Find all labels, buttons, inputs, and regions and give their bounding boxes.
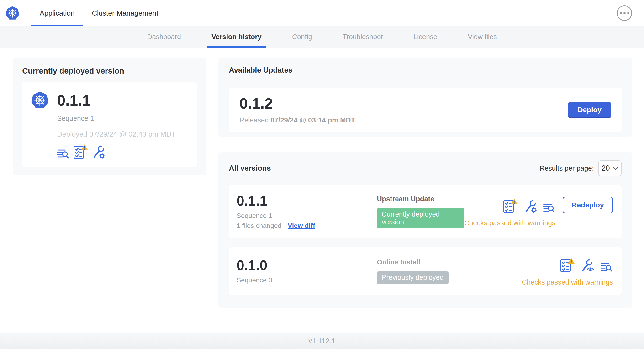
- subnav-version-history-label: Version history: [212, 33, 262, 41]
- redeploy-button[interactable]: Redeploy: [562, 197, 613, 214]
- currently-deployed-title: Currently deployed version: [22, 66, 198, 76]
- edit-config-icon[interactable]: [92, 145, 105, 159]
- update-version-number: 0.1.2: [240, 96, 355, 111]
- top-nav-tabs: Application Cluster Management: [31, 0, 167, 26]
- preflight-checks-warning-icon[interactable]: [503, 198, 518, 213]
- main-content: Currently deployed version 0.1.1 Sequenc…: [0, 48, 644, 308]
- row-action-icons: [503, 197, 556, 213]
- deploy-button[interactable]: Deploy: [568, 102, 611, 118]
- preflight-checks-warning-icon[interactable]: [560, 257, 575, 272]
- view-config-icon[interactable]: [581, 259, 594, 272]
- version-row-0-1-0: 0.1.0 Sequence 0 Online Install Previous…: [229, 247, 622, 295]
- all-versions-card: All versions Results per page: 20 0.1.1 …: [218, 152, 632, 308]
- row-source: Upstream Update: [377, 195, 464, 203]
- app-kubernetes-logo-icon: [31, 91, 57, 109]
- subnav-item-config[interactable]: Config: [292, 26, 312, 48]
- checks-status: Checks passed with warnings: [464, 219, 556, 227]
- available-updates-title: Available Updates: [229, 66, 622, 74]
- top-nav: Application Cluster Management: [0, 0, 644, 26]
- files-changed: 1 files changed: [236, 222, 282, 230]
- subnav-item-troubleshoot[interactable]: Troubleshoot: [343, 26, 383, 48]
- results-per-page: Results per page: 20: [540, 160, 622, 176]
- row-version-number: 0.1.1: [236, 194, 377, 208]
- preflight-checks-warning-icon[interactable]: [73, 144, 88, 159]
- deployed-sequence: Sequence 1: [57, 114, 189, 122]
- version-row-0-1-1: 0.1.1 Sequence 1 1 files changed View di…: [229, 185, 622, 238]
- subnav-item-version-history[interactable]: Version history: [212, 26, 262, 48]
- available-updates-card: Available Updates 0.1.2 Released 07/29/2…: [218, 58, 632, 136]
- view-diff-link[interactable]: View diff: [288, 222, 315, 230]
- deployed-timestamp: Deployed 07/29/24 @ 02:43 pm MDT: [57, 130, 189, 138]
- active-tab-underline: [31, 24, 83, 26]
- deployed-version-actions: [57, 144, 189, 159]
- tab-cluster-management[interactable]: Cluster Management: [83, 0, 167, 26]
- active-subnav-underline: [207, 46, 266, 48]
- subnav-item-license[interactable]: License: [414, 26, 437, 48]
- row-sequence: Sequence 0: [236, 276, 377, 284]
- right-column: Available Updates 0.1.2 Released 07/29/2…: [218, 58, 632, 308]
- chevron-down-icon: [613, 167, 618, 170]
- row-sequence: Sequence 1: [236, 212, 377, 220]
- results-per-page-select[interactable]: 20: [598, 160, 622, 176]
- row-source: Online Install: [377, 258, 522, 266]
- diff-logs-icon[interactable]: [600, 262, 613, 272]
- subnav-item-dashboard[interactable]: Dashboard: [147, 26, 181, 48]
- tab-application[interactable]: Application: [31, 0, 83, 26]
- app-footer: v1.112.1: [0, 333, 644, 349]
- diff-logs-icon[interactable]: [57, 148, 70, 159]
- subnav-license-label: License: [414, 33, 437, 41]
- subnav-view-files-label: View files: [468, 33, 497, 41]
- more-options-button[interactable]: [617, 6, 632, 21]
- console-version: v1.112.1: [309, 337, 336, 345]
- tab-application-label: Application: [40, 9, 75, 17]
- update-released-line: Released 07/29/24 @ 03:14 pm MDT: [240, 116, 355, 124]
- currently-deployed-badge: Currently deployed version: [377, 208, 464, 228]
- subnav-config-label: Config: [292, 33, 312, 41]
- row-action-icons: [560, 256, 613, 272]
- results-per-page-label: Results per page:: [540, 164, 594, 172]
- edit-config-icon[interactable]: [524, 200, 537, 213]
- released-label: Released: [240, 116, 269, 124]
- update-row: 0.1.2 Released 07/29/24 @ 03:14 pm MDT D…: [229, 88, 622, 132]
- subnav-item-view-files[interactable]: View files: [468, 26, 497, 48]
- subnav-troubleshoot-label: Troubleshoot: [343, 33, 383, 41]
- checks-status: Checks passed with warnings: [522, 278, 613, 286]
- deployed-version-card: 0.1.1 Sequence 1 Deployed 07/29/24 @ 02:…: [22, 82, 198, 167]
- deployed-version-number: 0.1.1: [57, 91, 189, 109]
- row-version-number: 0.1.0: [236, 258, 377, 272]
- all-versions-header: All versions Results per page: 20: [229, 160, 622, 176]
- tab-cluster-management-label: Cluster Management: [92, 9, 158, 17]
- results-per-page-value: 20: [602, 164, 610, 172]
- diff-logs-icon[interactable]: [543, 202, 556, 213]
- released-date: 07/29/24 @ 03:14 pm MDT: [271, 116, 355, 124]
- ellipsis-icon: [620, 12, 622, 14]
- currently-deployed-card: Currently deployed version 0.1.1 Sequenc…: [13, 58, 206, 176]
- previously-deployed-badge: Previously deployed: [377, 272, 448, 284]
- kubernetes-logo-icon: [5, 6, 20, 20]
- all-versions-title: All versions: [229, 164, 271, 172]
- subnav-dashboard-label: Dashboard: [147, 33, 181, 41]
- app-subnav: Dashboard Version history Config Trouble…: [0, 26, 644, 48]
